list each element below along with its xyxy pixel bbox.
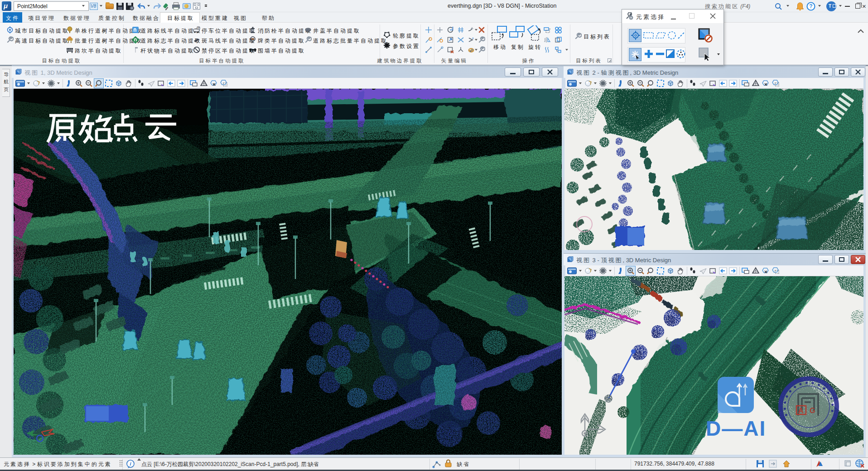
svg-text:A: A [798, 407, 804, 414]
svg-text:P: P [198, 27, 199, 29]
svg-text:?: ? [809, 3, 812, 10]
svg-text:G: G [810, 407, 815, 414]
svg-text:D—AI: D—AI [706, 417, 766, 440]
